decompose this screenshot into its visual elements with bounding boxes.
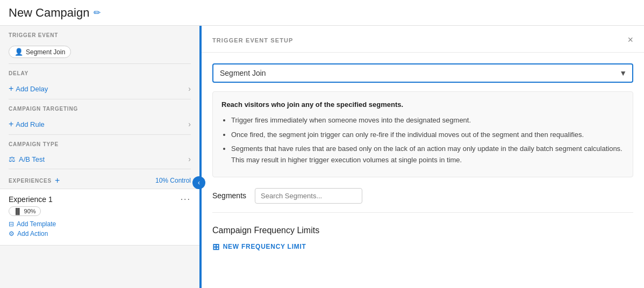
experience-card: Experience 1 ··· ▐▌ 90% ⊟ Add Template ⚙… — [0, 189, 199, 246]
segments-row: Segments — [212, 188, 633, 213]
add-action-link[interactable]: ⚙ Add Action — [9, 230, 191, 237]
edit-icon[interactable]: ✏ — [94, 8, 101, 18]
chevron-right-icon: › — [188, 120, 191, 128]
description-title: Reach visitors who join any of the speci… — [221, 99, 624, 111]
description-bullet-3: Segments that have rules that are based … — [231, 143, 624, 166]
page-header: New Campaign ✏ — [0, 0, 644, 26]
plus-icon: + — [9, 119, 13, 129]
experiences-label: EXPERIENCES — [9, 178, 52, 184]
description-block: Reach visitors who join any of the speci… — [212, 91, 633, 177]
trigger-event-item: 👤 Segment Join — [9, 42, 191, 64]
campaign-type-item: ⚖ A/B Test › — [9, 152, 191, 169]
campaign-targeting-item: + Add Rule › — [9, 116, 191, 135]
panel-title: TRIGGER EVENT SETUP — [212, 37, 293, 44]
add-action-text: Add Action — [17, 230, 48, 237]
experiences-left: EXPERIENCES + — [9, 176, 60, 185]
right-panel-body: Segment Join Page View Custom Event ▼ Re… — [202, 53, 644, 263]
add-rule-text: Add Rule — [16, 120, 44, 128]
trigger-badge-text: Segment Join — [26, 48, 65, 56]
add-template-link[interactable]: ⊟ Add Template — [9, 220, 191, 228]
search-segments-input[interactable] — [255, 188, 362, 204]
campaign-type-text: A/B Test — [19, 155, 45, 163]
collapse-button[interactable]: ‹ — [192, 176, 205, 189]
close-button[interactable]: × — [627, 34, 633, 46]
dropdown-container: Segment Join Page View Custom Event ▼ — [212, 63, 633, 83]
left-panel: TRIGGER EVENT 👤 Segment Join DELAY + Add… — [0, 26, 202, 288]
plus-icon: + — [9, 84, 13, 93]
experience-name: Experience 1 — [9, 195, 53, 204]
user-icon: 👤 — [15, 48, 23, 56]
description-bullet-2: Once fired, the segment join trigger can… — [231, 129, 624, 141]
description-bullet-1: Trigger fires immediately when someone m… — [231, 115, 624, 126]
trigger-type-dropdown-wrapper: Segment Join Page View Custom Event ▼ — [212, 63, 633, 83]
campaign-targeting-section: CAMPAIGN TARGETING + Add Rule › — [0, 99, 199, 135]
add-template-text: Add Template — [17, 220, 56, 228]
chevron-right-icon: › — [188, 84, 191, 93]
new-frequency-limit-text: NEW FREQUENCY LIMIT — [223, 243, 306, 250]
right-panel-header: TRIGGER EVENT SETUP × — [202, 26, 644, 53]
trigger-badge-wrapper: 👤 Segment Join — [9, 46, 71, 58]
template-icon: ⊟ — [9, 220, 14, 228]
delay-item: + Add Delay › — [9, 81, 191, 99]
experience-pct: 90% — [24, 208, 36, 214]
gear-icon: ⚙ — [9, 230, 15, 237]
add-delay-text: Add Delay — [16, 85, 48, 93]
campaign-type-section: CAMPAIGN TYPE ⚖ A/B Test › — [0, 135, 199, 169]
trigger-badge[interactable]: 👤 Segment Join — [9, 46, 71, 58]
experience-card-header: Experience 1 ··· — [9, 195, 191, 204]
segments-label: Segments — [212, 191, 246, 200]
campaign-type-label: CAMPAIGN TYPE — [9, 141, 191, 147]
campaign-targeting-label: CAMPAIGN TARGETING — [9, 106, 191, 112]
scales-icon: ⚖ — [9, 155, 16, 163]
trigger-type-select[interactable]: Segment Join Page View Custom Event — [212, 63, 633, 83]
main-layout: TRIGGER EVENT 👤 Segment Join DELAY + Add… — [0, 26, 644, 288]
ab-test-wrapper: ⚖ A/B Test — [9, 155, 45, 163]
delay-label: DELAY — [9, 70, 191, 76]
delay-section: DELAY + Add Delay › — [0, 64, 199, 99]
page-title: New Campaign ✏ — [9, 6, 101, 20]
description-list: Trigger fires immediately when someone m… — [221, 115, 624, 166]
more-button[interactable]: ··· — [181, 195, 191, 204]
title-text: New Campaign — [9, 6, 89, 20]
trigger-event-section: TRIGGER EVENT 👤 Segment Join — [0, 26, 199, 64]
bars-icon: ▐▌ — [13, 208, 22, 214]
trigger-event-label: TRIGGER EVENT — [9, 32, 191, 38]
add-experience-button[interactable]: + — [55, 176, 60, 185]
add-rule-link[interactable]: + Add Rule — [9, 119, 45, 129]
control-pct: 10% Control — [155, 177, 191, 184]
experiences-header: EXPERIENCES + 10% Control — [0, 169, 199, 189]
plus-square-icon: ⊞ — [212, 242, 220, 252]
right-panel: TRIGGER EVENT SETUP × Segment Join Page … — [202, 26, 644, 288]
frequency-title: Campaign Frequency Limits — [212, 226, 633, 235]
add-delay-link[interactable]: + Add Delay — [9, 84, 48, 93]
frequency-section: Campaign Frequency Limits ⊞ NEW FREQUENC… — [212, 224, 633, 252]
new-frequency-limit-button[interactable]: ⊞ NEW FREQUENCY LIMIT — [212, 242, 306, 252]
chevron-right-icon: › — [188, 155, 191, 163]
pct-badge: ▐▌ 90% — [9, 206, 41, 216]
ab-test-item[interactable]: ⚖ A/B Test — [9, 155, 45, 163]
